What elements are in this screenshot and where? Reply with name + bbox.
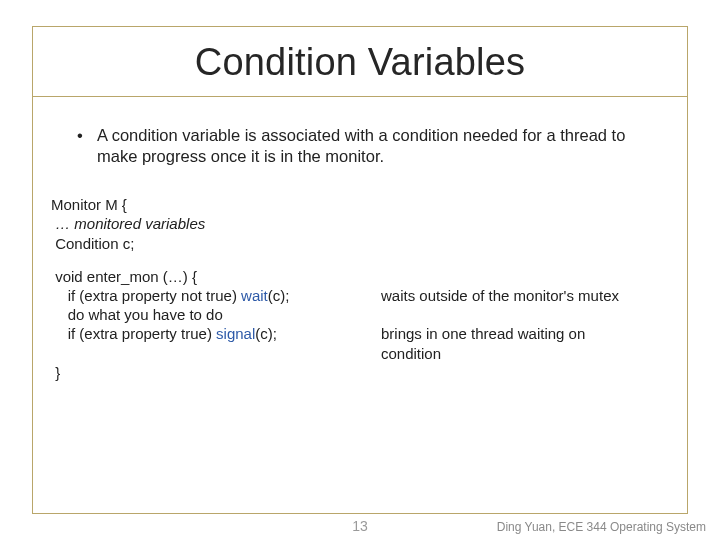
code-line: void enter_mon (…) {	[51, 267, 649, 286]
code-block: Monitor M { … monitored variables Condit…	[51, 195, 649, 382]
bullet-marker: •	[75, 125, 97, 167]
code-text: if (extra property not true)	[51, 287, 241, 304]
code-row-signal: if (extra property true) signal(c); brin…	[51, 324, 649, 362]
code-text: (c);	[268, 287, 290, 304]
wait-call: wait	[241, 287, 268, 304]
code-text: (c);	[255, 325, 277, 342]
bullet-item: • A condition variable is associated wit…	[75, 125, 649, 167]
code-row-wait: if (extra property not true) wait(c); wa…	[51, 286, 649, 305]
code-line: if (extra property true) signal(c);	[51, 324, 381, 362]
signal-call: signal	[216, 325, 255, 342]
code-text: if (extra property true)	[51, 325, 216, 342]
code-line: … monitored variables	[51, 214, 649, 233]
annotation-signal: brings in one thread waiting on conditio…	[381, 324, 649, 362]
function-block: void enter_mon (…) { if (extra property …	[51, 267, 649, 382]
slide-frame: Condition Variables • A condition variab…	[32, 26, 688, 514]
code-line: }	[51, 363, 649, 382]
slide: Condition Variables • A condition variab…	[0, 0, 720, 540]
code-line: do what you have to do	[51, 305, 649, 324]
code-line: if (extra property not true) wait(c);	[51, 286, 381, 305]
annotation-wait: waits outside of the monitor's mutex	[381, 286, 649, 305]
bullet-text: A condition variable is associated with …	[97, 125, 649, 167]
footer-credit: Ding Yuan, ECE 344 Operating System	[497, 520, 706, 534]
code-line: Condition c;	[51, 234, 649, 253]
code-line: Monitor M {	[51, 195, 649, 214]
slide-content: • A condition variable is associated wit…	[33, 97, 687, 382]
slide-title: Condition Variables	[33, 27, 687, 96]
